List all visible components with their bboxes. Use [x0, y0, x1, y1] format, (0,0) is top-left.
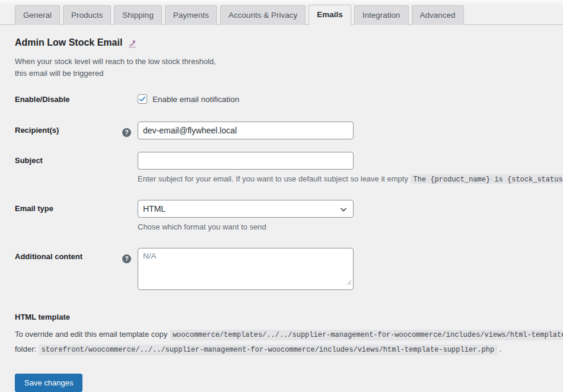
- recipients-label: Recipient(s): [15, 122, 122, 135]
- recipients-input[interactable]: [138, 122, 354, 139]
- row-enable-disable: Enable/Disable Enable email notification: [15, 94, 563, 104]
- subject-helper: Enter subject for your email. If you wan…: [138, 174, 562, 184]
- enable-email-checkbox-label: Enable email notification: [152, 95, 239, 104]
- email-type-selected-value: HTML: [143, 204, 166, 213]
- template-line-1: To override and edit this email template…: [15, 327, 563, 342]
- email-settings-form: Enable/Disable Enable email notification…: [15, 94, 563, 290]
- template-line-2: folder: storefront/woocommerce/../../sup…: [15, 342, 563, 357]
- page-title: Admin Low Stock Email: [15, 37, 122, 48]
- html-template-section: HTML template To override and edit this …: [15, 313, 563, 357]
- html-template-label: HTML template: [15, 313, 563, 321]
- check-icon: [139, 96, 146, 102]
- row-additional-content: Additional content ?: [15, 248, 563, 290]
- external-link-icon[interactable]: [128, 38, 138, 48]
- chevron-down-icon: [339, 205, 348, 215]
- tab-emails[interactable]: Emails: [308, 5, 351, 25]
- subject-input[interactable]: [138, 152, 354, 170]
- email-type-label: Email type: [15, 200, 122, 213]
- tab-advanced[interactable]: Advanced: [412, 5, 464, 25]
- tab-shipping[interactable]: Shipping: [114, 5, 162, 25]
- help-icon[interactable]: ?: [122, 254, 131, 263]
- top-strip: [0, 0, 563, 5]
- save-changes-button[interactable]: Save changes: [15, 374, 82, 392]
- template-path-code: woocommerce/templates/../../supplier-man…: [170, 330, 563, 340]
- enable-email-checkbox[interactable]: [138, 94, 147, 104]
- settings-content: Admin Low Stock Email When your stock le…: [0, 37, 563, 392]
- row-subject: Subject Enter subject for your email. If…: [15, 152, 563, 184]
- help-icon[interactable]: ?: [122, 128, 131, 137]
- tab-general[interactable]: General: [15, 5, 60, 25]
- row-email-type: Email type HTML Chose which format you w…: [15, 200, 563, 231]
- additional-content-textarea[interactable]: [138, 248, 354, 290]
- tab-integration[interactable]: Integration: [354, 5, 409, 25]
- enable-email-checkbox-row[interactable]: Enable email notification: [138, 94, 562, 104]
- theme-path-code: storefront/woocommerce/../../supplier-ma…: [39, 345, 497, 355]
- additional-content-label: Additional content: [15, 248, 122, 261]
- email-type-helper: Chose which format you want to send: [138, 222, 562, 231]
- email-type-select[interactable]: HTML: [138, 200, 354, 218]
- tab-products[interactable]: Products: [63, 5, 111, 25]
- tab-payments[interactable]: Payments: [165, 5, 217, 25]
- html-template-paragraph: To override and edit this email template…: [15, 327, 563, 357]
- row-recipients: Recipient(s) ?: [15, 122, 563, 139]
- enable-disable-label: Enable/Disable: [15, 94, 122, 104]
- subject-default-code: The {product_name} is {stock_status}, Pr…: [411, 174, 562, 184]
- page-description: When your stock level will reach to the …: [15, 56, 563, 79]
- settings-tabbar: General Products Shipping Payments Accou…: [0, 5, 563, 25]
- subject-label: Subject: [15, 152, 122, 165]
- tab-accounts-privacy[interactable]: Accounts & Privacy: [220, 5, 306, 25]
